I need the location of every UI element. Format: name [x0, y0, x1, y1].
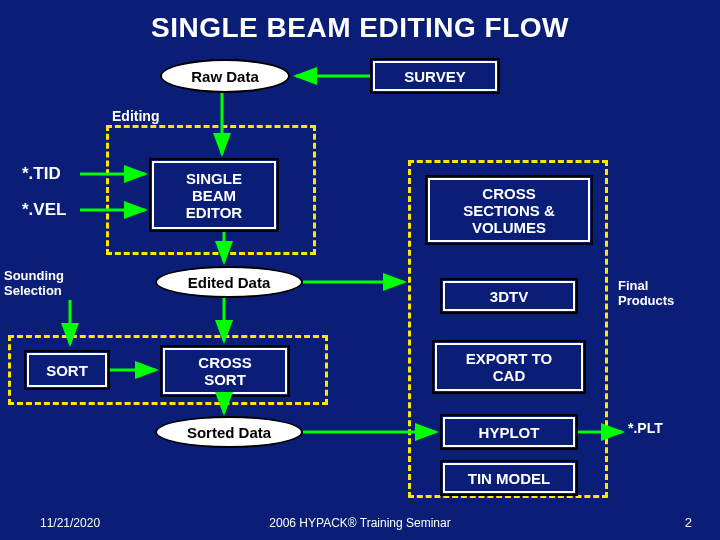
sounding-selection-label: Sounding Selection	[4, 268, 64, 298]
final-products-label: Final Products	[618, 278, 674, 308]
vel-label: *.VEL	[22, 200, 66, 220]
footer-page: 2	[685, 515, 692, 530]
cross-sort-box: CROSS SORT	[160, 345, 290, 397]
sorted-data-oval: Sorted Data	[155, 416, 303, 448]
flow-arrows	[0, 0, 720, 540]
hyplot-box: HYPLOT	[440, 414, 578, 450]
tin-model-box: TIN MODEL	[440, 460, 578, 496]
plt-label: *.PLT	[628, 420, 663, 436]
raw-data-oval: Raw Data	[160, 59, 290, 93]
page-title: SINGLE BEAM EDITING FLOW	[0, 0, 720, 44]
survey-box: SURVEY	[370, 58, 500, 94]
sort-box: SORT	[24, 350, 110, 390]
tdv-box: 3DTV	[440, 278, 578, 314]
export-cad-box: EXPORT TO CAD	[432, 340, 586, 394]
edited-data-oval: Edited Data	[155, 266, 303, 298]
single-beam-editor-box: SINGLE BEAM EDITOR	[149, 158, 279, 232]
cross-sections-box: CROSS SECTIONS & VOLUMES	[425, 175, 593, 245]
footer-center: 2006 HYPACK® Training Seminar	[0, 516, 720, 530]
editing-label: Editing	[112, 108, 159, 124]
tid-label: *.TID	[22, 164, 61, 184]
